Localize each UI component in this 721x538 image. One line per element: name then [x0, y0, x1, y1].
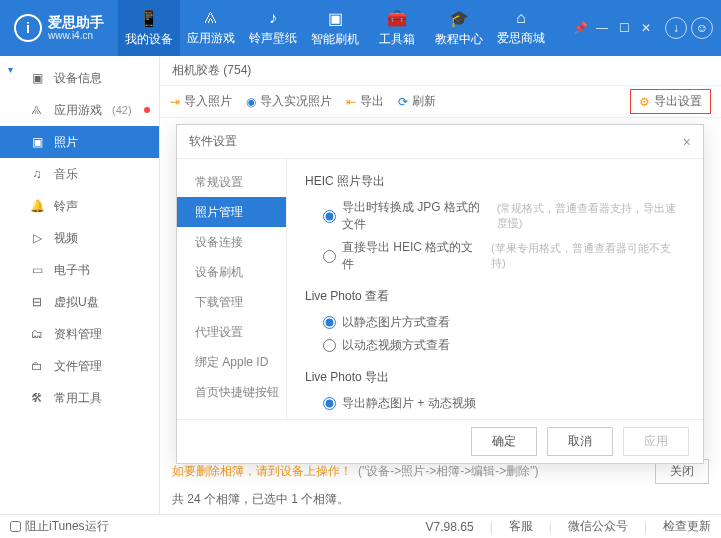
close-icon[interactable]: ✕ — [639, 21, 653, 35]
breadcrumb: 相机胶卷 (754) — [160, 56, 721, 86]
nav-item-2[interactable]: ♪铃声壁纸 — [242, 0, 304, 56]
sidebar-item-10[interactable]: 🛠常用工具 — [0, 382, 159, 414]
nav-icon: ⩓ — [203, 9, 219, 27]
nav-icon: ♪ — [269, 9, 277, 27]
sidebar-item-0[interactable]: ▣设备信息 — [0, 62, 159, 94]
sidebar-item-4[interactable]: 🔔铃声 — [0, 190, 159, 222]
cancel-button[interactable]: 取消 — [547, 427, 613, 456]
dialog-nav-item-6[interactable]: 绑定 Apple ID — [177, 347, 286, 377]
liveview-dynamic[interactable]: 以动态视频方式查看 — [305, 334, 685, 357]
selection-info: 共 24 个相簿，已选中 1 个相簿。 — [172, 491, 349, 508]
refresh-button[interactable]: ⟳刷新 — [398, 93, 436, 110]
download-icon[interactable]: ↓ — [665, 17, 687, 39]
sidebar-item-3[interactable]: ♫音乐 — [0, 158, 159, 190]
dialog-nav-item-1[interactable]: 照片管理 — [177, 197, 286, 227]
hint-path: ("设备->照片->相簿->编辑->删除") — [358, 463, 539, 480]
account-icon[interactable]: ☺ — [691, 17, 713, 39]
sidebar-item-9[interactable]: 🗀文件管理 — [0, 350, 159, 382]
nav-item-6[interactable]: ⌂爱思商城 — [490, 0, 552, 56]
pin-icon[interactable]: 📌 — [573, 21, 587, 35]
ok-button[interactable]: 确定 — [471, 427, 537, 456]
dialog-nav-item-3[interactable]: 设备刷机 — [177, 257, 286, 287]
sidebar-icon: ▣ — [30, 71, 44, 85]
logo: i 爱思助手 www.i4.cn — [0, 14, 118, 43]
liveexport-section-title: Live Photo 导出 — [305, 369, 685, 386]
sidebar-icon: 🔔 — [30, 199, 44, 213]
wechat-link[interactable]: 微信公众号 — [568, 518, 628, 535]
heic-section-title: HEIC 照片导出 — [305, 173, 685, 190]
sidebar-icon: ▷ — [30, 231, 44, 245]
dialog-title: 软件设置 — [189, 133, 237, 150]
sidebar-icon: ⩓ — [30, 103, 44, 117]
minimize-icon[interactable]: — — [595, 21, 609, 35]
import-photos-button[interactable]: ⇥导入照片 — [170, 93, 232, 110]
dialog-close-icon[interactable]: × — [683, 134, 691, 150]
sidebar-item-5[interactable]: ▷视频 — [0, 222, 159, 254]
dialog-nav-item-0[interactable]: 常规设置 — [177, 167, 286, 197]
nav-item-0[interactable]: 📱我的设备 — [118, 0, 180, 56]
dialog-footer: 确定 取消 应用 — [177, 419, 703, 463]
sidebar-icon: ▭ — [30, 263, 44, 277]
dialog-nav-item-7[interactable]: 首页快捷键按钮 — [177, 377, 286, 407]
sidebar-collapse-icon[interactable]: ▾ — [8, 64, 13, 75]
nav-item-4[interactable]: 🧰工具箱 — [366, 0, 428, 56]
refresh-icon: ⟳ — [398, 95, 408, 109]
liveexport-both[interactable]: 导出静态图片 + 动态视频 — [305, 392, 685, 415]
dialog-content: HEIC 照片导出 导出时转换成 JPG 格式的文件(常规格式，普通查看器支持，… — [287, 159, 703, 419]
sidebar-item-8[interactable]: 🗂资料管理 — [0, 318, 159, 350]
nav-item-3[interactable]: ▣智能刷机 — [304, 0, 366, 56]
app-name: 爱思助手 — [48, 14, 104, 31]
logo-icon: i — [14, 14, 42, 42]
window-controls: 📌 — ☐ ✕ — [573, 21, 653, 35]
nav-icon: ⌂ — [516, 9, 526, 27]
liveview-static[interactable]: 以静态图片方式查看 — [305, 311, 685, 334]
liveview-section-title: Live Photo 查看 — [305, 288, 685, 305]
sidebar-item-6[interactable]: ▭电子书 — [0, 254, 159, 286]
sidebar-icon: 🛠 — [30, 391, 44, 405]
nav-icon: 🧰 — [387, 9, 407, 28]
export-icon: ⇤ — [346, 95, 356, 109]
nav-icon: ▣ — [328, 9, 343, 28]
sidebar: ▾ ▣设备信息⩓应用游戏(42)▣照片♫音乐🔔铃声▷视频▭电子书⊟虚拟U盘🗂资料… — [0, 56, 160, 514]
sidebar-item-7[interactable]: ⊟虚拟U盘 — [0, 286, 159, 318]
import-live-button[interactable]: ◉导入实况照片 — [246, 93, 332, 110]
sidebar-item-1[interactable]: ⩓应用游戏(42) — [0, 94, 159, 126]
sidebar-icon: ▣ — [30, 135, 44, 149]
nav-item-1[interactable]: ⩓应用游戏 — [180, 0, 242, 56]
dialog-title-bar: 软件设置 × — [177, 125, 703, 159]
heic-option-jpg[interactable]: 导出时转换成 JPG 格式的文件(常规格式，普通查看器支持，导出速度慢) — [305, 196, 685, 236]
toolbar: ⇥导入照片 ◉导入实况照片 ⇤导出 ⟳刷新 ⚙导出设置 — [160, 86, 721, 118]
nav-icon: 📱 — [139, 9, 159, 28]
app-header: i 爱思助手 www.i4.cn 📱我的设备⩓应用游戏♪铃声壁纸▣智能刷机🧰工具… — [0, 0, 721, 56]
dialog-nav-item-2[interactable]: 设备连接 — [177, 227, 286, 257]
block-itunes-checkbox[interactable]: 阻止iTunes运行 — [10, 518, 109, 535]
nav-item-5[interactable]: 🎓教程中心 — [428, 0, 490, 56]
live-icon: ◉ — [246, 95, 256, 109]
badge-icon — [144, 107, 150, 113]
dialog-nav-item-4[interactable]: 下载管理 — [177, 287, 286, 317]
status-bar: 阻止iTunes运行 V7.98.65 | 客服 | 微信公众号 | 检查更新 — [0, 514, 721, 538]
sidebar-icon: 🗂 — [30, 327, 44, 341]
export-settings-button[interactable]: ⚙导出设置 — [630, 89, 711, 114]
nav-icon: 🎓 — [449, 9, 469, 28]
export-button[interactable]: ⇤导出 — [346, 93, 384, 110]
app-site: www.i4.cn — [48, 30, 104, 42]
hint-text: 如要删除相簿，请到设备上操作！ — [172, 463, 352, 480]
top-nav: 📱我的设备⩓应用游戏♪铃声壁纸▣智能刷机🧰工具箱🎓教程中心⌂爱思商城 — [118, 0, 552, 56]
gear-icon: ⚙ — [639, 95, 650, 109]
apply-button[interactable]: 应用 — [623, 427, 689, 456]
update-link[interactable]: 检查更新 — [663, 518, 711, 535]
sidebar-icon: ♫ — [30, 167, 44, 181]
version-label: V7.98.65 — [426, 520, 474, 534]
settings-dialog: 软件设置 × 常规设置照片管理设备连接设备刷机下载管理代理设置绑定 Apple … — [176, 124, 704, 464]
sidebar-item-2[interactable]: ▣照片 — [0, 126, 159, 158]
heic-option-raw[interactable]: 直接导出 HEIC 格式的文件(苹果专用格式，普通查看器可能不支持) — [305, 236, 685, 276]
import-icon: ⇥ — [170, 95, 180, 109]
dialog-nav: 常规设置照片管理设备连接设备刷机下载管理代理设置绑定 Apple ID首页快捷键… — [177, 159, 287, 419]
sidebar-icon: 🗀 — [30, 359, 44, 373]
dialog-nav-item-5[interactable]: 代理设置 — [177, 317, 286, 347]
sidebar-icon: ⊟ — [30, 295, 44, 309]
support-link[interactable]: 客服 — [509, 518, 533, 535]
maximize-icon[interactable]: ☐ — [617, 21, 631, 35]
